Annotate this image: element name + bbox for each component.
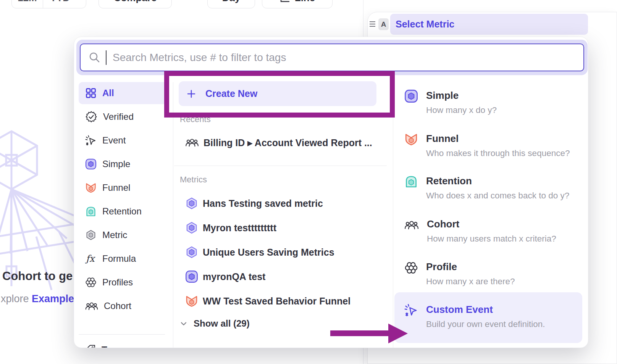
simple-icon (185, 270, 198, 283)
type-title: Simple (426, 88, 497, 103)
sidebar-item-label: T (102, 345, 107, 348)
range-ytd-button[interactable]: YTD (43, 0, 86, 8)
type-option-custom-event[interactable]: Custom Event Build your own event defini… (404, 302, 545, 332)
type-option-cohort[interactable]: Cohort How many users match x criteria? (404, 216, 556, 246)
type-option-retention[interactable]: Retention Who does x and comes back to d… (404, 173, 569, 203)
type-title: Profile (426, 259, 515, 274)
sidebar-item-label: Simple (102, 159, 130, 169)
sidebar-item-all[interactable]: All (79, 82, 167, 104)
type-description: How many x do y? (426, 103, 497, 118)
compare-label: Compare (114, 0, 157, 4)
cohort-icon (85, 301, 98, 311)
select-metric-button[interactable]: Select Metric (390, 14, 588, 35)
create-new-label: Create New (205, 88, 257, 99)
drag-handle-icon[interactable] (369, 21, 376, 27)
sidebar-item-funnel[interactable]: Funnel (85, 181, 130, 195)
text-caret (106, 50, 107, 65)
type-description: Who makes it through this sequence? (426, 146, 570, 161)
metric-list-item[interactable]: Hans Testing saved metric (185, 196, 323, 211)
sidebar-item-label: Profiles (102, 277, 133, 288)
metric-item-label: myronQA test (203, 271, 265, 282)
select-metric-label: Select Metric (396, 19, 454, 30)
retention-icon (85, 206, 97, 217)
type-title: Custom Event (426, 302, 545, 317)
sidebar-item-retention[interactable]: Retention (85, 205, 142, 218)
search-placeholder: Search Metrics, use # to filter to tags (113, 52, 286, 64)
example-link[interactable]: Example (32, 293, 74, 304)
show-all-toggle[interactable]: Show all (29) (180, 318, 250, 329)
saved-metric-hex-icon (185, 245, 198, 259)
search-icon (88, 51, 101, 64)
svg-text:ƒx: ƒx (85, 253, 95, 264)
sidebar-item-cohort[interactable]: Cohort (85, 299, 131, 313)
explore-hint-text: xplore Example (1, 293, 74, 305)
columns-divider (393, 82, 393, 348)
recents-metrics-divider (174, 166, 387, 166)
search-input[interactable]: Search Metrics, use # to filter to tags (80, 43, 584, 71)
type-description: Build your own event definition. (426, 317, 545, 332)
onboarding-heading-fragment: Cohort to ge (2, 269, 73, 283)
metric-list-item[interactable]: myronQA test (185, 269, 265, 284)
series-a-badge: A (378, 18, 389, 30)
sidebar-section-divider (79, 334, 165, 335)
metric-list-item[interactable]: Myron testtttttttt (185, 220, 276, 235)
recent-item-label: Billing ID ▸ Account Viewed Report ... (204, 137, 372, 148)
sidebar-item-label: Formula (102, 253, 136, 264)
date-range-segmented-control[interactable]: 12M YTD (11, 0, 86, 8)
create-new-button[interactable]: Create New (179, 81, 376, 106)
sidebar-item-label: All (102, 88, 114, 98)
retention-icon (404, 175, 418, 188)
granularity-day-button[interactable]: Day (207, 0, 255, 8)
event-icon (85, 135, 97, 146)
sidebar-item-simple[interactable]: Simple (85, 157, 130, 171)
simple-icon (404, 89, 418, 103)
chart-type-line-button[interactable]: Line (262, 0, 333, 8)
type-description: Who does x and comes back to do y? (426, 188, 569, 203)
sidebar-item-label: Metric (102, 230, 127, 240)
sidebar-item-label: Verified (103, 111, 134, 122)
sidebar-item-label: Cohort (104, 301, 131, 311)
type-option-profile[interactable]: Profile How many x are there? (404, 259, 515, 289)
funnel-icon (85, 182, 97, 193)
line-label: Line (295, 0, 315, 4)
verified-icon (85, 111, 97, 123)
type-option-funnel[interactable]: Funnel Who makes it through this sequenc… (404, 131, 570, 161)
saved-metric-hex-icon (185, 196, 198, 211)
type-description: How many users match x criteria? (427, 232, 556, 246)
sidebar-item-label: Funnel (102, 182, 130, 193)
range-12m-label: 12M (18, 0, 37, 4)
day-label: Day (222, 0, 241, 4)
sidebar-item-event[interactable]: Event (85, 134, 126, 147)
recent-item-billing[interactable]: Billing ID ▸ Account Viewed Report ... (185, 135, 372, 150)
sidebar-item-formula[interactable]: ƒx Formula (85, 252, 136, 266)
cohort-icon (404, 219, 419, 231)
type-title: Funnel (426, 131, 570, 146)
metric-item-label: Myron testtttttttt (203, 222, 276, 234)
profiles-icon (85, 277, 97, 288)
compare-button[interactable]: Compare (99, 0, 172, 8)
line-chart-icon (279, 0, 290, 3)
recents-header: Recents (180, 114, 211, 124)
simple-icon (85, 158, 97, 170)
chevron-down-icon (73, 0, 79, 1)
formula-icon: ƒx (85, 253, 97, 264)
metric-item-label: Unique Users Saving Metrics (203, 247, 334, 258)
funnel-icon (404, 132, 418, 146)
sidebar-item-partial[interactable]: T (85, 343, 107, 348)
cohort-icon (185, 137, 199, 148)
sidebar-divider (173, 82, 173, 348)
type-option-simple[interactable]: Simple How many x do y? (404, 88, 497, 118)
custom-event-icon (404, 303, 418, 317)
range-ytd-label: YTD (50, 0, 70, 4)
metric-list-item[interactable]: WW Test Saved Behavior Funnel (185, 293, 350, 309)
sidebar-item-verified[interactable]: Verified (85, 110, 134, 124)
type-title: Retention (426, 173, 569, 188)
sidebar-item-metric[interactable]: Metric (85, 228, 127, 242)
sidebar-item-label: Retention (102, 206, 142, 217)
metric-list-item[interactable]: Unique Users Saving Metrics (185, 245, 334, 260)
sidebar-item-profiles[interactable]: Profiles (85, 275, 133, 289)
metrics-header: Metrics (180, 175, 207, 185)
funnel-icon (185, 295, 198, 308)
range-12m-button[interactable]: 12M (12, 0, 43, 8)
chevron-down-icon (180, 320, 187, 327)
